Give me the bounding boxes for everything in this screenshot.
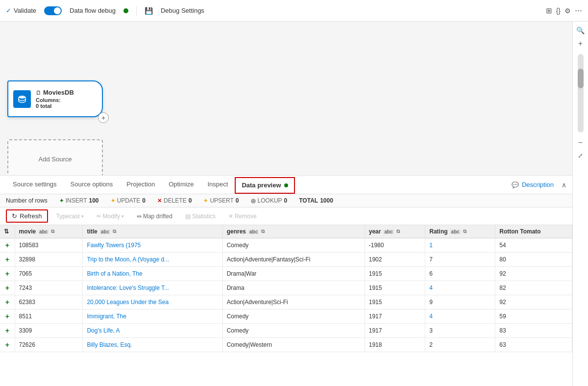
rating-copy-icon[interactable]: ⧉ [463,229,466,234]
cell-rating: 9 [425,295,495,309]
tab-projection[interactable]: Projection [120,176,162,194]
code-icon[interactable]: {} [556,7,561,15]
validate-button[interactable]: ✓ Validate [6,7,36,14]
tab-data-preview[interactable]: Data preview [235,177,294,194]
cell-rotton-tomato: 83 [495,324,572,338]
cell-rotton-tomato: 59 [495,309,572,324]
save-icon: 💾 [145,7,153,15]
tab-source-options[interactable]: Source options [64,176,120,194]
table-row: +32898Trip to the Moon, A (Voyage d...Ac… [0,253,572,267]
cell-rating: 4 [425,309,495,324]
search-icon[interactable]: 🔍 [574,26,587,35]
row-action-cell: + [0,338,15,352]
remove-button[interactable]: ✕ Remove [224,210,261,222]
cell-rating: 6 [425,267,495,281]
add-source-button[interactable]: Add Source [7,139,103,179]
cell-movie: 8511 [15,309,83,324]
grid-icon[interactable]: ⊞ [546,6,552,15]
cell-year: 1918 [365,338,425,352]
zoom-out-icon[interactable]: − [576,137,585,148]
tab-inspect[interactable]: Inspect [200,176,235,194]
cell-rating: 7 [425,253,495,267]
number-of-rows-label: Number of rows [6,197,48,204]
insert-stat: ✦ INSERT 100 [59,197,99,204]
col-genres: genres abc ⧉ [222,225,365,238]
vertical-scrollbar[interactable] [578,54,584,132]
col-year: year abc ⧉ [365,225,425,238]
delete-stat: ✕ DELETE 0 [157,197,192,204]
cell-genres: Comedy [222,238,365,253]
row-insert-icon: + [5,270,9,278]
settings-icon[interactable]: ⚙ [564,7,571,15]
cell-year: -1980 [365,238,425,253]
validate-label: Validate [14,7,36,14]
more-icon[interactable]: ··· [575,5,582,16]
cell-title: Birth of a Nation, The [83,267,222,281]
title-link[interactable]: Trip to the Moon, A (Voyage d... [87,256,169,263]
row-insert-icon: + [5,327,9,335]
scrollbar-thumb [578,69,584,88]
tabs-bar: Source settings Source options Projectio… [0,176,572,194]
movies-db-node[interactable]: 🗋 MoviesDB Columns: 0 total + [7,80,103,117]
cell-year: 1915 [365,281,425,295]
row-insert-icon: + [5,298,9,306]
title-link[interactable]: Immigrant, The [87,313,126,320]
cell-movie: 108583 [15,238,83,253]
collapse-button[interactable]: ∧ [562,181,566,189]
title-copy-icon[interactable]: ⧉ [113,229,116,234]
top-right-icons: ⊞ {} ⚙ ··· [546,5,582,16]
cell-rotton-tomato: 80 [495,253,572,267]
tab-optimize[interactable]: Optimize [162,176,200,194]
statistics-button[interactable]: ▤ Statistics [181,210,220,222]
title-link[interactable]: Birth of a Nation, The [87,270,142,277]
table-row: +72626Billy Blazes, Esq.Comedy|Western19… [0,338,572,352]
title-link[interactable]: Fawlty Towers (1975 [87,242,141,249]
cell-title: Intolerance: Love's Struggle T... [83,281,222,295]
title-link[interactable]: Dog's Life, A [87,327,120,334]
cell-year: 1902 [365,253,425,267]
row-action-cell: + [0,267,15,281]
data-table: ⇅ movie abc ⧉ tit [0,225,572,352]
remove-icon: ✕ [228,213,233,220]
title-link[interactable]: Billy Blazes, Esq. [87,341,132,348]
title-link[interactable]: Intolerance: Love's Struggle T... [87,284,169,291]
fit-screen-icon[interactable]: ⤢ [576,151,585,160]
update-stat: ✦ UPDATE 0 [111,197,146,204]
node-plus-button[interactable]: + [98,112,109,123]
movie-copy-icon[interactable]: ⧉ [51,229,54,234]
data-table-container: ⇅ movie abc ⧉ tit [0,225,572,386]
typecast-button[interactable]: Typecast ▾ [52,210,88,222]
row-action-cell: + [0,281,15,295]
row-action-cell: + [0,253,15,267]
cell-rating: 2 [425,338,495,352]
map-drifted-button[interactable]: ⇔ Map drifted [132,210,177,222]
debug-settings-label: Debug Settings [161,7,204,14]
cell-title: Trip to the Moon, A (Voyage d... [83,253,222,267]
rating-link[interactable]: 4 [429,284,433,291]
separator [136,6,137,16]
genres-copy-icon[interactable]: ⧉ [261,229,265,234]
tab-source-settings[interactable]: Source settings [6,176,64,194]
bottom-panel: Source settings Source options Projectio… [0,175,572,386]
node-subtitle: Columns: 0 total [36,97,97,109]
col-movie: movie abc ⧉ [15,225,83,238]
cell-title: Dog's Life, A [83,324,222,338]
rating-link[interactable]: 4 [429,313,433,320]
upsert-stat: ✦ UPSERT 0 [203,197,239,204]
cell-rotton-tomato: 54 [495,238,572,253]
modify-chevron: ▾ [122,214,124,219]
description-button[interactable]: 💬 Description [512,181,554,188]
debug-settings-button[interactable]: Debug Settings [161,7,204,14]
table-row: +6238320,000 Leagues Under the SeaAction… [0,295,572,309]
title-link[interactable]: 20,000 Leagues Under the Sea [87,299,169,306]
rating-link[interactable]: 1 [429,242,433,249]
cell-genres: Comedy [222,324,365,338]
zoom-in-icon[interactable]: + [576,38,585,49]
year-copy-icon[interactable]: ⧉ [396,229,400,234]
total-stat: TOTAL 1000 [299,197,333,204]
debug-toggle[interactable] [44,6,62,15]
sort-arrows-icon[interactable]: ⇅ [4,228,9,235]
refresh-button[interactable]: ↻ Refresh [6,209,48,223]
modify-group: ✏ Modify ▾ [92,210,128,222]
modify-button[interactable]: ✏ Modify ▾ [92,210,128,222]
